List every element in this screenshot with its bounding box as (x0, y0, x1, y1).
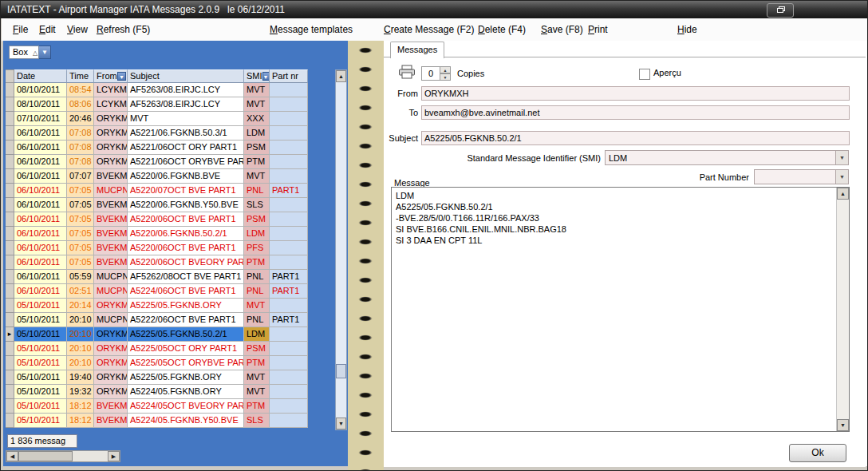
table-row[interactable]: 08/10/2011 08:06 LCYKMAF AF5263/08.EIRJC… (6, 97, 308, 112)
table-row[interactable]: 07/10/2011 20:46 ORYKMXH MVT XXX (6, 112, 308, 126)
row-selector[interactable] (6, 141, 14, 155)
header-smi[interactable]: SMI ▼ (244, 69, 270, 83)
row-selector[interactable] (6, 241, 14, 255)
table-row[interactable]: 05/10/2011 18:12 BVEKMAI A5224/05OCT BVE… (6, 399, 308, 414)
menu-refresh[interactable]: Refresh (F5) (97, 24, 150, 35)
table-row[interactable]: 05/10/2011 18:12 BVEKMAI A5224/05.FGKNB.… (6, 414, 308, 428)
row-selector[interactable] (6, 83, 14, 97)
row-selector[interactable] (6, 212, 14, 227)
row-selector[interactable] (6, 327, 14, 342)
table-row[interactable]: 05/10/2011 19:40 ORYKMXH A5225/05.FGKNB.… (6, 370, 308, 385)
horizontal-scroll-thumb[interactable] (18, 451, 73, 461)
ok-button[interactable]: Ok (789, 444, 846, 462)
table-row[interactable]: 06/10/2011 07:07 BVEKMAI A5220/06.FGKNB.… (6, 169, 308, 184)
row-selector[interactable] (6, 169, 14, 184)
table-row[interactable]: 05/10/2011 20:10 ORYKMXH A5225/05OCT ORY… (6, 342, 308, 356)
table-row[interactable]: 06/10/2011 07:05 BVEKMAI A5220/06.FGKNB.… (6, 198, 308, 212)
row-selector[interactable] (6, 198, 14, 212)
smi-filter-icon[interactable]: ▼ (262, 72, 270, 81)
menu-print[interactable]: Print (588, 24, 608, 35)
table-row[interactable]: 08/10/2011 08:54 LCYKMAF AF5263/08.EIRJC… (6, 83, 308, 97)
table-row[interactable]: 06/10/2011 05:59 MUCPNAI AF5262/08OCT BV… (6, 270, 308, 284)
table-row[interactable]: 06/10/2011 07:05 MUCPNAI A5220/07OCT BVE… (6, 184, 308, 198)
row-selector[interactable] (6, 399, 14, 414)
message-body-area[interactable]: LDM A5225/05.FGKNB.50.2/1 -BVE.28/5/0/0.… (391, 187, 850, 432)
row-selector[interactable] (6, 270, 14, 284)
copies-input[interactable]: 0 (421, 66, 440, 81)
row-selector[interactable] (6, 414, 14, 428)
cell-subject: A5221/06OCT ORY PART1 (128, 141, 244, 155)
row-selector[interactable] (6, 184, 14, 198)
from-filter-icon[interactable]: ▼ (117, 72, 126, 81)
table-row[interactable]: 06/10/2011 07:05 BVEKMAI A5220/06.FGKNB.… (6, 227, 308, 241)
header-part-nr[interactable]: Part nr (270, 69, 308, 83)
subject-field[interactable] (421, 131, 850, 145)
table-row[interactable]: 06/10/2011 07:08 ORYKMXH A5221/06OCT ORY… (6, 155, 308, 169)
cell-time: 18:12 (67, 414, 94, 428)
table-row[interactable]: 05/10/2011 20:10 ORYKMXH A5225/05OCT ORY… (6, 356, 308, 370)
grid-horizontal-scrollbar[interactable]: ◀ ▶ (6, 450, 120, 462)
restore-button[interactable] (767, 3, 794, 18)
scroll-up-icon[interactable]: ▲ (837, 188, 849, 200)
row-selector[interactable] (6, 126, 14, 141)
to-field[interactable] (421, 105, 850, 120)
box-dropdown[interactable]: Box △ ▼ (9, 46, 51, 59)
row-selector[interactable] (6, 356, 14, 370)
chevron-down-icon[interactable]: ▼ (835, 151, 848, 164)
preview-checkbox[interactable] (639, 69, 650, 80)
table-row[interactable]: 06/10/2011 07:05 BVEKMAI A5220/06OCT BVE… (6, 255, 308, 270)
tab-messages[interactable]: Messages (390, 42, 444, 58)
row-selector[interactable] (6, 255, 14, 270)
header-subject[interactable]: Subject (128, 69, 244, 83)
menu-message-templates[interactable]: Message templates (270, 24, 353, 35)
row-selector[interactable] (6, 299, 14, 313)
menu-delete[interactable]: Delete (F4) (478, 24, 526, 35)
menu-view[interactable]: View (67, 24, 88, 35)
from-field[interactable] (421, 86, 850, 101)
menu-save[interactable]: Save (F8) (541, 24, 583, 35)
copies-stepper[interactable]: ▲ ▼ (440, 66, 451, 81)
table-row[interactable]: 05/10/2011 20:14 ORYKMXH A5225/05.FGKNB.… (6, 299, 308, 313)
table-row[interactable]: 06/10/2011 07:08 ORYKMXH A5221/06.FGKNB.… (6, 126, 308, 141)
printer-icon[interactable] (398, 65, 416, 82)
table-row[interactable]: 05/10/2011 20:10 MUCPNAI A5222/06OCT BVE… (6, 313, 308, 327)
spin-down-icon[interactable]: ▼ (440, 73, 451, 81)
table-row[interactable]: 06/10/2011 07:05 BVEKMAI A5220/06OCT BVE… (6, 241, 308, 255)
menu-edit[interactable]: Edit (39, 24, 56, 35)
table-row[interactable]: 06/10/2011 02:51 MUCPNAI A5224/06OCT BVE… (6, 284, 308, 299)
box-dropdown-value[interactable]: Box △ (9, 46, 39, 59)
row-selector[interactable] (6, 97, 14, 112)
header-from[interactable]: From ▼ (94, 69, 128, 83)
spin-up-icon[interactable]: ▲ (440, 66, 451, 73)
chevron-down-icon[interactable]: ▼ (39, 46, 51, 59)
part-number-select[interactable]: ▼ (754, 169, 849, 184)
smi-select[interactable]: LDM ▼ (605, 150, 849, 165)
row-selector[interactable] (6, 342, 14, 356)
message-vertical-scrollbar[interactable]: ▲ ▼ (836, 188, 849, 431)
menu-hide[interactable]: Hide (677, 24, 697, 35)
table-row[interactable]: 05/10/2011 20:10 ORYKMXH A5225/05.FGKNB.… (6, 327, 308, 342)
row-selector[interactable] (6, 155, 14, 169)
menu-file[interactable]: File (13, 24, 28, 35)
header-date[interactable]: Date (14, 69, 67, 83)
table-row[interactable]: 05/10/2011 19:32 ORYKMXH A5224/05.FGKNB.… (6, 385, 308, 399)
row-selector[interactable] (6, 227, 14, 241)
row-selector[interactable] (6, 370, 14, 385)
scroll-up-icon[interactable]: ▲ (336, 70, 346, 82)
grid-vertical-scrollbar[interactable]: ▲ ▼ (335, 69, 347, 430)
table-row[interactable]: 06/10/2011 07:08 ORYKMXH A5221/06OCT ORY… (6, 141, 308, 155)
scroll-right-icon[interactable]: ▶ (108, 451, 120, 461)
row-selector[interactable] (6, 313, 14, 327)
cell-time: 07:07 (67, 169, 94, 184)
scroll-left-icon[interactable]: ◀ (6, 451, 18, 461)
row-selector[interactable] (6, 284, 14, 299)
vertical-scroll-thumb[interactable] (336, 364, 346, 378)
scroll-down-icon[interactable]: ▼ (336, 418, 346, 429)
header-time[interactable]: Time (67, 69, 94, 83)
row-selector[interactable] (6, 112, 14, 126)
row-selector[interactable] (6, 385, 14, 399)
chevron-down-icon[interactable]: ▼ (835, 170, 848, 184)
table-row[interactable]: 06/10/2011 07:05 BVEKMAI A5220/06OCT BVE… (6, 212, 308, 227)
menu-create-message[interactable]: Create Message (F2) (384, 24, 474, 35)
scroll-down-icon[interactable]: ▼ (837, 419, 849, 431)
